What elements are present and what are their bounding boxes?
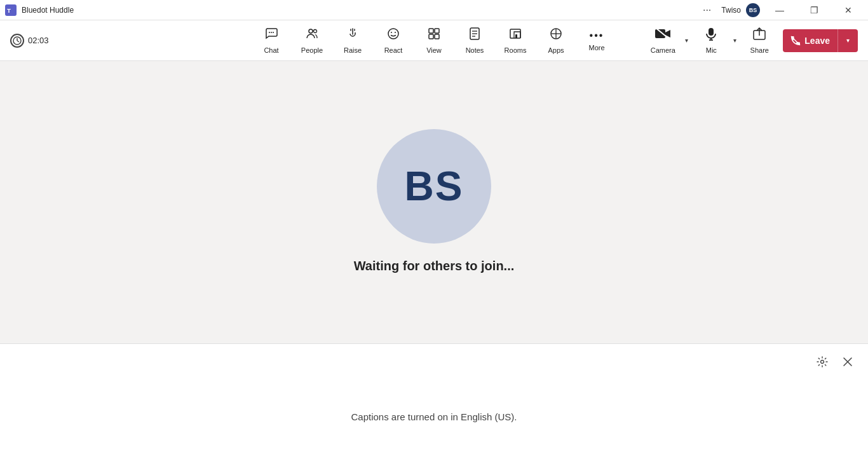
svg-point-6: [271, 32, 272, 33]
svg-rect-13: [429, 29, 433, 33]
title-bar-left: T Bluedot Huddle: [5, 4, 74, 16]
toolbar-react[interactable]: React: [373, 20, 414, 61]
rooms-icon: [508, 27, 522, 44]
react-icon: [386, 27, 400, 44]
svg-text:T: T: [7, 6, 11, 13]
raise-icon: [346, 27, 360, 44]
chat-label: Chat: [264, 46, 278, 54]
captions-settings-button[interactable]: [812, 352, 832, 372]
leave-button-group: Leave ▾: [783, 29, 858, 52]
svg-rect-28: [709, 28, 714, 36]
notes-icon: [468, 27, 482, 44]
people-label: People: [301, 46, 323, 54]
react-label: React: [384, 46, 403, 54]
toolbar-rooms[interactable]: Rooms: [495, 20, 536, 61]
timer-section: 02:03: [10, 34, 49, 48]
view-icon: [427, 27, 441, 44]
captions-header: [0, 344, 868, 372]
leave-chevron[interactable]: ▾: [837, 29, 858, 52]
username: Twiso: [721, 6, 741, 15]
toolbar-notes[interactable]: Notes: [454, 20, 495, 61]
title-bar-right: ··· Twiso BS — ❐ ✕: [698, 0, 863, 20]
notes-label: Notes: [466, 46, 484, 54]
svg-rect-26: [655, 29, 665, 38]
svg-rect-16: [435, 34, 439, 39]
apps-label: Apps: [548, 46, 564, 54]
view-label: View: [426, 46, 442, 54]
more-label: More: [588, 44, 604, 52]
toolbar-chat[interactable]: Chat: [251, 20, 292, 61]
svg-point-9: [314, 30, 317, 33]
toolbar-raise[interactable]: Raise: [332, 20, 373, 61]
toolbar-right: Camera ▾ Mic ▾: [646, 20, 858, 61]
toolbar-people[interactable]: People: [292, 20, 332, 61]
captions-close-button[interactable]: [837, 352, 858, 372]
waiting-message: Waiting for others to join...: [354, 259, 515, 273]
more-icon: •••: [590, 30, 604, 41]
camera-label: Camera: [651, 46, 675, 54]
mic-button[interactable]: Mic: [694, 20, 728, 61]
share-button[interactable]: Share: [742, 20, 776, 61]
share-label: Share: [750, 46, 769, 54]
svg-point-12: [395, 32, 396, 33]
participant-avatar: BS: [377, 129, 491, 244]
svg-point-5: [269, 32, 270, 33]
captions-body: Captions are turned on in English (US).: [0, 372, 868, 461]
avatar-initials: BS: [405, 163, 464, 210]
people-icon: [305, 27, 319, 44]
toolbar-view[interactable]: View: [414, 20, 454, 61]
leave-button[interactable]: Leave: [783, 29, 837, 52]
toolbar-nav: Chat People Raise: [251, 20, 617, 61]
camera-group: Camera ▾: [646, 20, 693, 61]
svg-rect-22: [515, 34, 517, 38]
minimize-button[interactable]: —: [765, 0, 794, 20]
raise-label: Raise: [344, 46, 362, 54]
user-avatar[interactable]: BS: [746, 3, 760, 17]
toolbar-apps[interactable]: Apps: [536, 20, 576, 61]
mic-group: Mic ▾: [694, 20, 741, 61]
camera-button[interactable]: Camera: [646, 20, 680, 61]
svg-point-11: [391, 32, 392, 33]
mic-icon: [704, 27, 718, 44]
apps-icon: [549, 27, 563, 44]
timer-icon: [10, 34, 24, 48]
title-bar: T Bluedot Huddle ··· Twiso BS — ❐ ✕: [0, 0, 868, 20]
timer-display: 02:03: [28, 36, 49, 45]
camera-off-icon: [654, 27, 671, 44]
share-icon: [752, 27, 766, 44]
close-button[interactable]: ✕: [834, 0, 863, 20]
captions-text: Captions are turned on in English (US).: [351, 411, 517, 422]
toolbar-more[interactable]: ••• More: [576, 20, 617, 61]
svg-line-4: [17, 41, 19, 42]
main-video-area: BS Waiting for others to join...: [0, 61, 868, 341]
svg-rect-15: [429, 34, 433, 39]
svg-point-7: [273, 32, 274, 33]
teams-logo-icon: T: [5, 4, 17, 16]
captions-panel: Captions are turned on in English (US).: [0, 343, 868, 461]
svg-point-8: [309, 29, 313, 33]
svg-point-10: [388, 29, 398, 39]
svg-point-34: [821, 361, 824, 364]
maximize-button[interactable]: ❐: [799, 0, 829, 20]
chat-icon: [264, 27, 278, 44]
toolbar: 02:03 Chat: [0, 20, 868, 61]
mic-label: Mic: [706, 46, 717, 54]
phone-icon: [790, 36, 801, 46]
svg-rect-14: [435, 29, 439, 33]
rooms-label: Rooms: [505, 46, 527, 54]
app-title: Bluedot Huddle: [22, 6, 74, 15]
leave-label: Leave: [804, 36, 830, 46]
title-more-button[interactable]: ···: [698, 4, 716, 16]
camera-chevron[interactable]: ▾: [680, 20, 693, 61]
mic-chevron[interactable]: ▾: [728, 20, 741, 61]
